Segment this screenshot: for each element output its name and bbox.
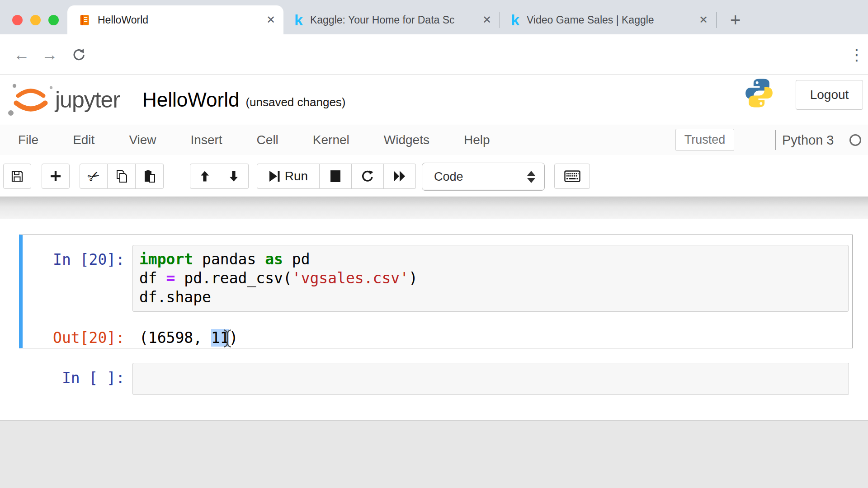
save-icon: [10, 169, 24, 183]
code-cell-empty[interactable]: In [ ]:: [19, 363, 853, 395]
zoom-window-button[interactable]: [48, 15, 59, 25]
browser-toolbar: ← → localhost:8888/notebooks/Desktop/Hel…: [0, 34, 868, 75]
checkpoint-status: (unsaved changes): [245, 91, 345, 109]
restart-kernel-button[interactable]: [352, 164, 384, 189]
arrow-up-icon: [198, 169, 212, 183]
menu-view[interactable]: View: [112, 133, 173, 147]
jupyter-toolbar: ✂ Run Code: [0, 155, 868, 197]
menu-edit[interactable]: Edit: [56, 133, 112, 147]
plus-icon: [49, 170, 62, 183]
notebook-title-area: HelloWorld (unsaved changes): [142, 75, 346, 125]
fast-forward-icon: [393, 170, 406, 183]
tab-separator: [716, 12, 717, 28]
notebook-title[interactable]: HelloWorld: [142, 89, 239, 111]
save-button[interactable]: [3, 164, 31, 189]
forward-button[interactable]: →: [42, 34, 58, 75]
kernel-status-indicator: [849, 134, 861, 146]
logout-button[interactable]: Logout: [796, 80, 863, 110]
code-editor-empty[interactable]: [132, 363, 849, 395]
select-arrows-icon: [527, 171, 535, 183]
jupyter-logo-icon: [7, 81, 54, 118]
close-tab-icon[interactable]: ✕: [482, 14, 491, 26]
tab-title: Kaggle: Your Home for Data Sc: [310, 14, 476, 26]
reload-button[interactable]: [71, 34, 87, 75]
jupyter-notebook-favicon: [78, 14, 90, 26]
cell-output-area: Out[20]: (16598, 11): [23, 328, 852, 347]
add-cell-button[interactable]: [42, 164, 70, 189]
paste-cell-button[interactable]: [136, 164, 164, 189]
browser-tab-bar: HelloWorld ✕ k Kaggle: Your Home for Dat…: [0, 0, 868, 34]
tab-video-game-sales[interactable]: k Video Game Sales | Kaggle ✕: [500, 5, 716, 34]
arrow-down-icon: [227, 169, 241, 183]
cut-cell-button[interactable]: ✂: [80, 164, 108, 189]
window-controls: [12, 15, 59, 25]
tab-kaggle-home[interactable]: k Kaggle: Your Home for Data Sc ✕: [283, 5, 500, 34]
kernel-name: Python 3: [782, 125, 834, 155]
back-icon: ←: [14, 45, 30, 64]
keyboard-icon: [564, 170, 580, 182]
minimize-window-button[interactable]: [30, 15, 41, 25]
kaggle-favicon: k: [511, 12, 519, 28]
tab-title: Video Game Sales | Kaggle: [527, 14, 693, 26]
new-tab-button[interactable]: +: [730, 11, 741, 29]
copy-icon: [114, 169, 129, 183]
reload-icon: [71, 47, 87, 62]
close-tab-icon[interactable]: ✕: [699, 14, 708, 26]
browser-menu-button[interactable]: ⋮: [849, 34, 864, 75]
move-cell-up-button[interactable]: [190, 164, 219, 189]
jupyter-header: jupyter HelloWorld (unsaved changes) Log…: [0, 75, 868, 125]
code-cell-selected[interactable]: In [20]: import pandas as pddf = pd.read…: [19, 235, 853, 348]
code-editor[interactable]: import pandas as pddf = pd.read_csv('vgs…: [132, 245, 849, 312]
menu-file[interactable]: File: [1, 133, 56, 147]
cell-input-area: In [20]: import pandas as pddf = pd.read…: [23, 245, 852, 312]
tab-strip: HelloWorld ✕ k Kaggle: Your Home for Dat…: [67, 5, 741, 34]
kaggle-favicon: k: [294, 12, 303, 28]
scissors-icon: ✂: [85, 167, 103, 186]
restart-run-all-button[interactable]: [384, 164, 416, 189]
cell-type-value: Code: [434, 170, 527, 184]
close-tab-icon[interactable]: ✕: [266, 14, 275, 26]
code-line: df = pd.read_csv('vgsales.csv'): [139, 269, 842, 288]
interrupt-kernel-button[interactable]: [320, 164, 352, 189]
kernel-separator: [775, 130, 776, 150]
close-window-button[interactable]: [12, 15, 23, 25]
restart-icon: [361, 169, 374, 183]
menu-help[interactable]: Help: [447, 133, 507, 147]
text-cursor-icon: [222, 328, 232, 348]
move-cell-down-button[interactable]: [219, 164, 249, 189]
code-line: df.shape: [139, 288, 842, 307]
code-line: import pandas as pd: [139, 250, 842, 269]
jupyter-logo[interactable]: jupyter: [7, 81, 120, 118]
run-icon: [269, 170, 280, 183]
paste-icon: [142, 169, 157, 183]
copy-cell-button[interactable]: [108, 164, 136, 189]
jupyter-logo-text: jupyter: [55, 87, 120, 113]
menu-kernel[interactable]: Kernel: [296, 133, 367, 147]
menu-cell[interactable]: Cell: [240, 133, 296, 147]
menu-insert[interactable]: Insert: [174, 133, 240, 147]
tab-helloworld[interactable]: HelloWorld ✕: [67, 5, 283, 34]
forward-icon: →: [42, 45, 58, 64]
back-button[interactable]: ←: [14, 34, 30, 75]
trusted-button[interactable]: Trusted: [675, 129, 734, 151]
jupyter-menu-bar: File Edit View Insert Cell Kernel Widget…: [0, 125, 868, 155]
run-cell-button[interactable]: Run: [257, 164, 320, 189]
run-label: Run: [285, 169, 308, 183]
tab-title: HelloWorld: [98, 14, 260, 26]
input-prompt: In [ ]:: [19, 363, 132, 395]
cell-type-select[interactable]: Code: [422, 163, 545, 191]
command-palette-button[interactable]: [554, 164, 590, 189]
python-logo-icon: [744, 78, 774, 108]
menu-widgets[interactable]: Widgets: [367, 133, 447, 147]
notebook-container: In [20]: import pandas as pddf = pd.read…: [0, 219, 868, 421]
stop-icon: [330, 170, 341, 183]
toolbar-shadow: [0, 197, 868, 219]
input-prompt: In [20]:: [23, 245, 132, 312]
output-prompt: Out[20]:: [23, 328, 132, 347]
